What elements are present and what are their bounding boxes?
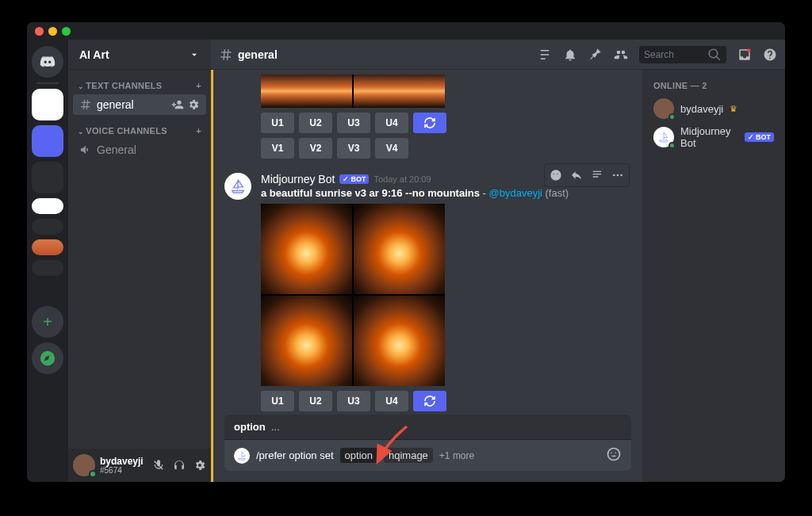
user-tag: #5674 xyxy=(100,466,144,475)
autocomplete-row[interactable]: option ... xyxy=(224,415,631,440)
mention[interactable]: @bydaveyji xyxy=(489,187,542,199)
search-input[interactable]: Search xyxy=(639,46,726,63)
user-bar: bydaveyji #5674 xyxy=(68,449,211,482)
variation-button[interactable]: V3 xyxy=(337,138,370,159)
speaker-icon xyxy=(79,143,92,156)
add-server-button[interactable]: + xyxy=(32,306,63,338)
author-name[interactable]: Midjourney Bot xyxy=(261,173,335,185)
thread-button[interactable] xyxy=(588,166,607,185)
help-icon[interactable] xyxy=(763,48,777,62)
command-bot-avatar xyxy=(234,448,250,464)
home-button[interactable] xyxy=(32,46,63,78)
svg-point-2 xyxy=(617,174,619,177)
main-area: general Search xyxy=(211,40,785,482)
add-person-icon[interactable] xyxy=(171,98,184,111)
members-icon[interactable] xyxy=(614,48,628,62)
crown-icon: ♛ xyxy=(730,104,737,114)
user-avatar[interactable] xyxy=(73,454,95,476)
bot-badge: ✓ BOT xyxy=(745,132,774,142)
command-param-value[interactable]: hqimage xyxy=(384,448,433,463)
username: bydaveyji xyxy=(100,457,144,466)
inbox-icon[interactable] xyxy=(737,48,752,62)
server-header[interactable]: AI Art xyxy=(68,40,211,70)
channel-general[interactable]: general xyxy=(73,94,206,115)
reply-button[interactable] xyxy=(567,166,586,185)
explore-button[interactable] xyxy=(32,342,63,374)
svg-point-3 xyxy=(620,174,622,177)
notifications-icon[interactable] xyxy=(563,48,577,62)
guild-item[interactable] xyxy=(32,162,63,193)
settings-icon[interactable] xyxy=(193,459,206,472)
reroll-button[interactable] xyxy=(413,113,446,133)
generated-image[interactable] xyxy=(354,296,445,386)
variation-button[interactable]: V2 xyxy=(299,138,332,159)
messages-column: U1 U2 U3 U4 V1 V2 V3 xyxy=(211,70,642,482)
discord-logo-icon xyxy=(39,53,56,71)
upscale-button[interactable]: U4 xyxy=(375,391,408,411)
compass-icon xyxy=(39,350,56,367)
generated-image[interactable] xyxy=(261,75,352,108)
generated-image[interactable] xyxy=(261,296,352,386)
guild-item[interactable] xyxy=(32,219,63,235)
image-grid[interactable] xyxy=(261,204,445,386)
generated-image[interactable] xyxy=(261,204,352,294)
reroll-button[interactable] xyxy=(413,391,446,411)
message-list: U1 U2 U3 U4 V1 V2 V3 xyxy=(213,70,642,415)
upscale-button[interactable]: U3 xyxy=(337,391,370,411)
upscale-button[interactable]: U2 xyxy=(299,113,332,133)
generated-image[interactable] xyxy=(354,204,445,294)
sailboat-icon xyxy=(236,450,247,461)
command-param[interactable]: option xyxy=(340,448,377,463)
sailboat-icon xyxy=(229,178,247,195)
bot-badge: ✓ BOT xyxy=(339,174,369,184)
more-params[interactable]: +1 more xyxy=(439,450,474,461)
member-item[interactable]: Midjourney Bot ✓ BOT xyxy=(649,122,779,152)
upscale-button[interactable]: U1 xyxy=(261,113,294,133)
add-reaction-button[interactable] xyxy=(546,166,565,185)
bot-avatar[interactable] xyxy=(224,173,251,200)
add-channel-icon[interactable]: + xyxy=(196,126,201,136)
member-item[interactable]: bydaveyji ♛ xyxy=(649,95,779,122)
upscale-button[interactable]: U2 xyxy=(299,391,332,411)
upscale-row: U1 U2 U3 U4 xyxy=(261,113,633,133)
upscale-button[interactable]: U3 xyxy=(337,113,370,133)
pinned-icon[interactable] xyxy=(588,48,603,62)
member-avatar xyxy=(653,98,674,119)
emoji-picker-button[interactable] xyxy=(606,446,622,464)
variation-button[interactable]: V4 xyxy=(375,138,408,159)
voice-channel-general[interactable]: General xyxy=(73,140,206,160)
voice-channels-header[interactable]: ⌄VOICE CHANNELS + xyxy=(73,123,206,139)
guild-item[interactable] xyxy=(32,125,63,157)
guild-item-active[interactable] xyxy=(32,239,63,255)
message-actions xyxy=(544,163,630,187)
text-channels-header[interactable]: ⌄TEXT CHANNELS + xyxy=(73,78,206,94)
server-name: AI Art xyxy=(79,48,109,61)
minimize-window-button[interactable] xyxy=(48,27,57,36)
upscale-button[interactable]: U4 xyxy=(375,113,408,133)
upscale-button[interactable]: U1 xyxy=(261,391,294,411)
smile-icon xyxy=(606,446,622,462)
guild-item[interactable] xyxy=(32,198,63,214)
guild-rail: + xyxy=(27,40,68,482)
close-window-button[interactable] xyxy=(35,27,44,36)
variation-button[interactable]: V1 xyxy=(261,138,294,159)
guild-item[interactable] xyxy=(32,260,63,276)
headphones-icon[interactable] xyxy=(173,459,186,472)
mute-icon[interactable] xyxy=(152,459,165,472)
channels-sidebar: AI Art ⌄TEXT CHANNELS + general ⌄ xyxy=(68,40,211,482)
generated-image[interactable] xyxy=(354,75,445,108)
refresh-icon xyxy=(423,117,436,129)
more-button[interactable] xyxy=(608,166,627,185)
image-grid[interactable] xyxy=(261,75,445,108)
gear-icon[interactable] xyxy=(187,98,200,111)
add-channel-icon[interactable]: + xyxy=(196,81,201,90)
maximize-window-button[interactable] xyxy=(62,27,71,36)
guild-item[interactable] xyxy=(32,89,63,120)
members-sidebar: ONLINE — 2 bydaveyji ♛ Midjourney Bot ✓ … xyxy=(642,70,785,482)
message-input[interactable]: /prefer option set option hqimage +1 mor… xyxy=(224,440,631,471)
message: U1 U2 U3 U4 V1 V2 V3 xyxy=(224,70,633,159)
member-avatar xyxy=(653,127,674,147)
threads-icon[interactable] xyxy=(538,48,552,62)
upscale-row: U1 U2 U3 U4 xyxy=(261,391,633,411)
hash-icon xyxy=(79,98,92,111)
